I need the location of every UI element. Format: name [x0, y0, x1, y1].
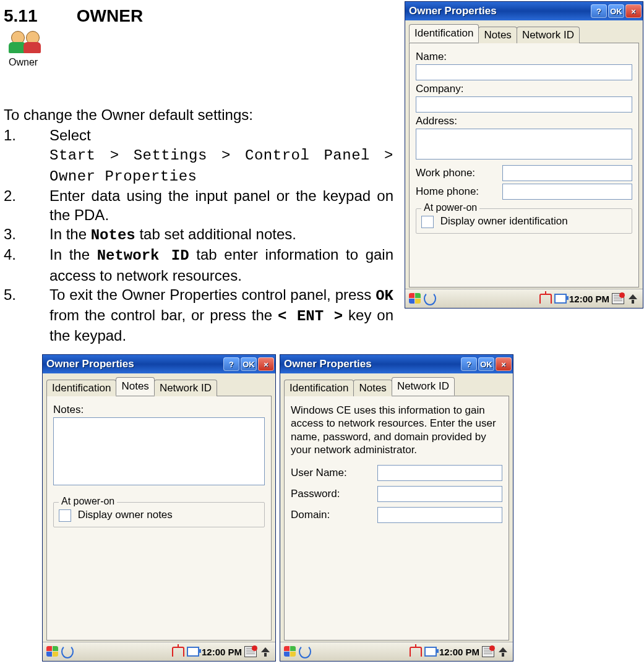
show-desktop-icon[interactable]	[627, 292, 639, 305]
close-button[interactable]: ×	[258, 357, 274, 371]
group-legend: At power-on	[421, 202, 479, 213]
battery-icon[interactable]	[424, 645, 437, 658]
checkbox-display-owner-ident[interactable]: Display owner identification	[421, 215, 568, 227]
input-notes[interactable]	[53, 417, 265, 485]
window-title: Owner Properties	[409, 5, 590, 17]
tab-strip: Identification Notes Network ID	[43, 373, 275, 396]
steps-list: 1. Select Start > Settings > Control Pan…	[4, 126, 393, 345]
tabpage-notes: Notes: At power-on Display owner notes	[46, 396, 272, 641]
tab-strip: Identification Notes Network ID	[405, 20, 643, 43]
label-username: User Name:	[291, 467, 377, 479]
taskbar[interactable]: 12:00 PM	[405, 289, 643, 308]
checkbox-display-owner-notes[interactable]: Display owner notes	[59, 509, 173, 521]
start-flag-icon[interactable]	[409, 292, 421, 305]
label-name: Name:	[416, 51, 632, 63]
battery-icon[interactable]	[187, 645, 199, 658]
group-legend: At power-on	[59, 496, 117, 507]
ok-button[interactable]: OK	[608, 4, 624, 18]
doc-column: 5.11 OWNER Owner To change the Owner def…	[4, 6, 393, 345]
intro-text: To change the Owner default settings:	[4, 105, 393, 124]
label-homephone: Home phone:	[416, 185, 502, 198]
step-5: 5. To exit the Owner Properties control …	[4, 285, 393, 346]
taskbar-clock[interactable]: 12:00 PM	[569, 294, 609, 304]
tabpage-identification: Name: Company: Address: Work phone: Home…	[409, 43, 639, 287]
wireless-icon[interactable]	[410, 645, 422, 658]
checkbox-icon[interactable]	[421, 216, 434, 228]
step-3: 3. In the Notes tab set additional notes…	[4, 224, 393, 245]
taskbar-clock[interactable]: 12:00 PM	[439, 647, 479, 657]
keyboard-icon[interactable]	[482, 645, 494, 658]
tab-notes[interactable]: Notes	[478, 27, 517, 43]
start-flag-icon[interactable]	[284, 645, 296, 658]
label-notes: Notes:	[53, 404, 265, 416]
label-domain: Domain:	[291, 509, 377, 521]
tab-network-id[interactable]: Network ID	[154, 380, 217, 396]
owner-properties-window-notes: Owner Properties ? OK × Identification N…	[42, 354, 276, 662]
titlebar[interactable]: Owner Properties ? OK ×	[43, 355, 275, 373]
step-2: 2. Enter data using the input panel or t…	[4, 186, 393, 224]
checkbox-icon[interactable]	[59, 509, 71, 522]
window-title: Owner Properties	[284, 358, 460, 370]
tab-identification[interactable]: Identification	[46, 380, 116, 396]
at-power-on-group: At power-on Display owner notes	[53, 502, 265, 527]
input-username[interactable]	[377, 465, 502, 481]
label-address: Address:	[416, 115, 632, 127]
close-button[interactable]: ×	[496, 357, 512, 371]
at-power-on-group: At power-on Display owner identification	[416, 208, 632, 234]
app-icon[interactable]	[299, 645, 311, 658]
help-button[interactable]: ?	[461, 357, 477, 371]
input-password[interactable]	[377, 486, 502, 502]
titlebar[interactable]: Owner Properties ? OK ×	[405, 2, 643, 20]
tab-strip: Identification Notes Network ID	[280, 373, 513, 396]
tabpage-networkid: Windows CE uses this information to gain…	[284, 396, 509, 641]
ok-button[interactable]: OK	[478, 357, 494, 371]
wireless-icon[interactable]	[539, 292, 552, 305]
window-title: Owner Properties	[46, 358, 222, 370]
networkid-blurb: Windows CE uses this information to gain…	[291, 401, 502, 460]
tab-notes[interactable]: Notes	[353, 380, 392, 396]
label-password: Password:	[291, 488, 377, 500]
owner-properties-window-networkid: Owner Properties ? OK × Identification N…	[280, 354, 513, 662]
tab-network-id[interactable]: Network ID	[517, 27, 580, 43]
taskbar-clock[interactable]: 12:00 PM	[202, 647, 242, 657]
tab-identification[interactable]: Identification	[284, 380, 354, 396]
owner-icon-label: Owner	[9, 57, 393, 68]
keyboard-icon[interactable]	[612, 292, 624, 305]
input-name[interactable]	[416, 64, 632, 80]
taskbar[interactable]: 12:00 PM	[280, 642, 513, 661]
battery-icon[interactable]	[554, 292, 567, 305]
input-domain[interactable]	[377, 507, 502, 523]
wireless-icon[interactable]	[172, 645, 184, 658]
start-flag-icon[interactable]	[46, 645, 59, 658]
tab-identification[interactable]: Identification	[409, 24, 479, 43]
section-title: OWNER	[77, 6, 143, 25]
input-company[interactable]	[416, 96, 632, 113]
tab-notes[interactable]: Notes	[116, 377, 154, 396]
step-4: 4. In the Network ID tab enter informati…	[4, 245, 393, 284]
keyboard-icon[interactable]	[244, 645, 257, 658]
help-button[interactable]: ?	[591, 4, 607, 18]
step-1: 1. Select Start > Settings > Control Pan…	[4, 126, 393, 186]
app-icon[interactable]	[424, 292, 436, 305]
label-workphone: Work phone:	[416, 167, 502, 179]
tab-network-id[interactable]: Network ID	[392, 377, 455, 396]
ok-button[interactable]: OK	[241, 357, 257, 371]
input-workphone[interactable]	[502, 165, 632, 181]
taskbar[interactable]: 12:00 PM	[43, 642, 275, 661]
owner-icon-block: Owner	[9, 30, 393, 68]
input-homephone[interactable]	[502, 184, 632, 200]
intro-line: To change the Owner default settings:	[4, 105, 393, 124]
app-icon[interactable]	[61, 645, 74, 658]
show-desktop-icon[interactable]	[259, 645, 272, 658]
label-company: Company:	[416, 83, 632, 95]
step-1-path: Start > Settings > Control Panel > Owner…	[49, 147, 393, 184]
show-desktop-icon[interactable]	[497, 645, 509, 658]
close-button[interactable]: ×	[625, 4, 642, 18]
section-heading: 5.11 OWNER	[4, 6, 393, 26]
help-button[interactable]: ?	[223, 357, 239, 371]
input-address[interactable]	[416, 129, 632, 160]
owner-properties-window-identification: Owner Properties ? OK × Identification N…	[405, 1, 643, 309]
owner-icon	[9, 30, 43, 54]
titlebar[interactable]: Owner Properties ? OK ×	[280, 355, 513, 373]
section-number: 5.11	[4, 6, 72, 26]
